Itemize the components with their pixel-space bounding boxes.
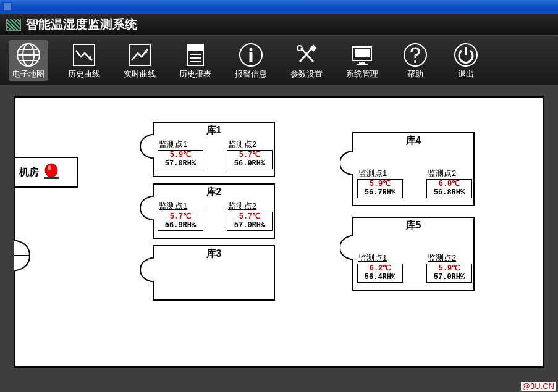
toolbar-map-label: 电子地图 — [12, 69, 44, 80]
room-2-door-icon — [140, 196, 154, 223]
room-4-sensor-1-temp: 5.9℃ — [358, 180, 402, 188]
toolbar-param-set-label: 参数设置 — [290, 69, 323, 80]
svg-point-31 — [45, 164, 57, 177]
room-5-sensor-1-temp: 6.2℃ — [358, 264, 402, 273]
app-title-bar: 智能温湿度监测系统 — [0, 14, 558, 36]
app-title: 智能温湿度监测系统 — [26, 16, 137, 33]
room-1-title: 库1 — [154, 124, 274, 137]
toolbar-history-report-label: 历史报表 — [179, 69, 211, 80]
room-1-sensor-1-hum: 57.0RH% — [158, 159, 203, 168]
globe-icon — [15, 43, 42, 67]
svg-point-32 — [48, 165, 51, 170]
room-5-sensor-1-hum: 56.4RH% — [358, 273, 402, 281]
room-5-title: 库5 — [353, 219, 473, 232]
room-5-sensor-2-hum: 57.0RH% — [427, 273, 471, 281]
room-4-sensor-2[interactable]: 监测点2 6.0℃ 56.8RH% — [426, 168, 472, 198]
toolbar-realtime-curve-button[interactable]: 实时曲线 — [120, 40, 159, 81]
room-4-sensor-2-temp: 6.0℃ — [427, 180, 471, 188]
window-icon — [2, 2, 12, 12]
room-5-sensor-1-name: 监测点1 — [357, 252, 403, 264]
room-4-sensor-1[interactable]: 监测点1 5.9℃ 56.7RH% — [357, 168, 403, 198]
room-2-title: 库2 — [154, 186, 274, 199]
toolbar-alarm-info-button[interactable]: 报警信息 — [231, 40, 271, 81]
machine-room[interactable]: 机房 — [14, 157, 78, 188]
room-5-sensor-2-name: 监测点2 — [426, 252, 472, 264]
room-2-sensor-1-name: 监测点1 — [158, 201, 203, 212]
room-3[interactable]: 库3 — [153, 245, 275, 301]
app-logo-icon — [6, 19, 21, 31]
room-1-sensor-2-hum: 56.9RH% — [227, 159, 272, 168]
toolbar-exit-button[interactable]: 退出 — [449, 40, 483, 81]
svg-rect-7 — [74, 44, 95, 65]
room-4-sensor-1-name: 监测点1 — [357, 168, 403, 179]
toolbar-help-label: 帮助 — [407, 69, 423, 80]
tools-icon — [293, 43, 320, 67]
svg-rect-25 — [359, 62, 365, 64]
info-icon — [237, 43, 264, 67]
room-5-sensor-2-temp: 5.9℃ — [427, 264, 471, 273]
toolbar-alarm-info-label: 报警信息 — [235, 69, 267, 80]
room-5[interactable]: 库5 监测点1 6.2℃ 56.4RH% 监测点2 5.9℃ 57.0RH% — [352, 217, 475, 291]
room-4-sensor-2-name: 监测点2 — [426, 168, 472, 179]
chart-down-icon — [70, 43, 98, 67]
power-icon — [452, 43, 480, 67]
room-1-sensor-2-name: 监测点2 — [227, 139, 273, 150]
toolbar-realtime-curve-label: 实时曲线 — [124, 69, 156, 80]
toolbar-sys-manage-label: 系统管理 — [346, 69, 378, 80]
toolbar-sys-manage-button[interactable]: 系统管理 — [342, 40, 382, 81]
room-2-sensor-1-temp: 5.7℃ — [158, 212, 203, 221]
room-4-sensor-1-hum: 56.7RH% — [358, 188, 402, 197]
toolbar-help-button[interactable]: 帮助 — [398, 40, 433, 81]
room-2-sensor-2-temp: 5.7℃ — [227, 212, 272, 221]
svg-rect-26 — [357, 64, 368, 65]
svg-rect-1 — [4, 3, 11, 10]
room-2-sensor-2-name: 监测点2 — [227, 201, 273, 212]
left-wall-notch-icon — [14, 240, 32, 273]
alarm-light-icon — [43, 162, 60, 183]
toolbar-history-report-button[interactable]: 历史报表 — [175, 40, 215, 81]
chart-up-icon — [126, 43, 153, 67]
room-1-sensor-2[interactable]: 监测点2 5.7℃ 56.9RH% — [227, 139, 273, 169]
room-2-sensor-2-hum: 57.0RH% — [227, 221, 272, 230]
help-icon — [402, 43, 429, 67]
room-4[interactable]: 库4 监测点1 5.9℃ 56.7RH% 监测点2 6.0℃ 56.8RH% — [352, 132, 475, 206]
machine-room-label: 机房 — [19, 166, 39, 179]
room-1-door-icon — [140, 134, 154, 161]
svg-rect-12 — [187, 44, 203, 51]
map-canvas[interactable]: 机房 库1 监测点1 5.9℃ 57.0RH% 监测点2 5.7℃ 56.9RH… — [14, 96, 544, 368]
room-1-sensor-1-name: 监测点1 — [158, 139, 203, 150]
toolbar-history-curve-button[interactable]: 历史曲线 — [64, 40, 104, 81]
svg-rect-33 — [44, 177, 59, 179]
toolbar-history-curve-label: 历史曲线 — [68, 69, 100, 80]
room-3-title: 库3 — [154, 248, 274, 261]
report-icon — [182, 43, 209, 67]
room-2-sensor-1[interactable]: 监测点1 5.7℃ 56.9RH% — [158, 201, 203, 231]
room-1[interactable]: 库1 监测点1 5.9℃ 57.0RH% 监测点2 5.7℃ 56.9RH% — [153, 122, 275, 177]
room-4-door-icon — [340, 151, 353, 178]
room-1-sensor-1-temp: 5.9℃ — [158, 151, 203, 159]
room-5-sensor-1[interactable]: 监测点1 6.2℃ 56.4RH% — [357, 252, 403, 283]
room-2[interactable]: 库2 监测点1 5.7℃ 56.9RH% 监测点2 5.7℃ 57.0RH% — [153, 183, 275, 239]
svg-rect-18 — [250, 52, 253, 62]
toolbar-exit-label: 退出 — [458, 69, 474, 80]
room-5-sensor-2[interactable]: 监测点2 5.9℃ 57.0RH% — [426, 252, 472, 283]
toolbar-param-set-button[interactable]: 参数设置 — [287, 40, 326, 81]
room-4-sensor-2-hum: 56.8RH% — [427, 188, 471, 197]
toolbar-map-button[interactable]: 电子地图 — [9, 40, 48, 81]
room-4-title: 库4 — [353, 135, 473, 148]
main-toolbar: 电子地图 历史曲线 实时曲线 历史报表 报警信息 参数设置 系统管理 — [0, 36, 558, 85]
room-1-sensor-1[interactable]: 监测点1 5.9℃ 57.0RH% — [158, 139, 203, 169]
svg-rect-24 — [355, 49, 370, 57]
room-1-sensor-2-temp: 5.7℃ — [227, 151, 272, 159]
room-3-door-icon — [140, 257, 154, 285]
window-titlebar — [0, 0, 558, 14]
room-2-sensor-1-hum: 56.9RH% — [158, 221, 203, 230]
svg-point-28 — [414, 60, 416, 63]
room-2-sensor-2[interactable]: 监测点2 5.7℃ 57.0RH% — [227, 201, 273, 231]
watermark: @3U.CN — [521, 382, 556, 391]
svg-point-17 — [250, 48, 253, 51]
monitor-icon — [349, 43, 376, 67]
room-5-door-icon — [340, 235, 353, 262]
